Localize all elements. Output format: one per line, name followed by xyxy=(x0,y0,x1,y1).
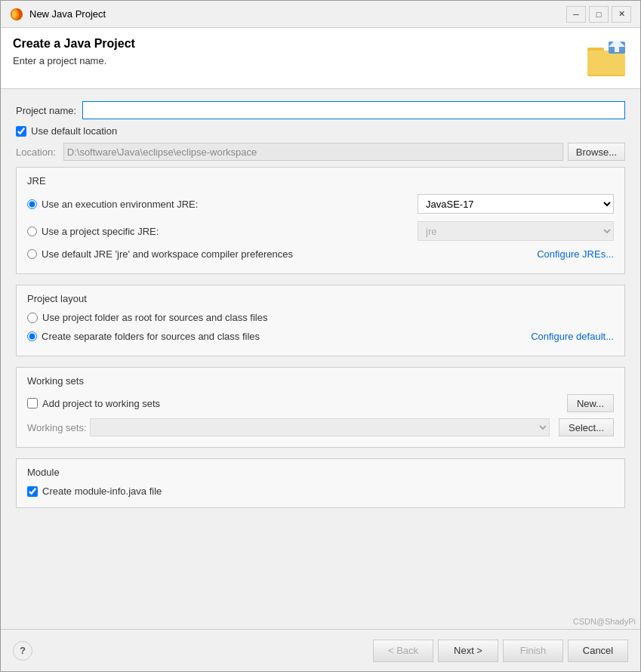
cancel-button[interactable]: Cancel xyxy=(568,640,628,662)
jre-option2-row: Use a project specific JRE: jre xyxy=(27,221,614,241)
select-working-set-button[interactable]: Select... xyxy=(559,418,614,436)
jre-section-title: JRE xyxy=(27,175,614,186)
working-sets-select xyxy=(90,418,550,436)
folder-svg-icon xyxy=(586,37,628,79)
new-java-project-dialog: New Java Project ─ □ ✕ Create a Java Pro… xyxy=(0,0,641,672)
svg-rect-8 xyxy=(615,47,619,52)
header-icon xyxy=(586,37,628,79)
help-button[interactable]: ? xyxy=(13,641,32,661)
dialog-subtitle: Enter a project name. xyxy=(13,55,586,66)
footer-buttons: < Back Next > Finish Cancel xyxy=(373,640,628,662)
jre-option1-row: Use an execution environment JRE: JavaSE… xyxy=(27,194,614,214)
project-name-row: Project name: xyxy=(16,101,625,119)
svg-rect-5 xyxy=(587,51,625,75)
jre-option2-radio-part: Use a project specific JRE: xyxy=(27,226,159,237)
jre-project-specific-dropdown: jre xyxy=(418,221,614,241)
jre-option3-label[interactable]: Use default JRE 'jre' and workspace comp… xyxy=(42,248,293,260)
dialog-content: Project name: Use default location Locat… xyxy=(1,89,640,629)
jre-dropdown[interactable]: JavaSE-17 JavaSE-11 JavaSE-8 xyxy=(418,194,614,214)
module-title: Module xyxy=(27,467,614,478)
close-button[interactable]: ✕ xyxy=(612,6,631,23)
maximize-button[interactable]: □ xyxy=(589,6,609,23)
working-sets-select-row: Working sets: Select... xyxy=(27,418,614,436)
jre-section: JRE Use an execution environment JRE: Ja… xyxy=(16,167,625,274)
next-button[interactable]: Next > xyxy=(438,640,498,662)
location-label: Location: xyxy=(16,146,56,158)
finish-button[interactable]: Finish xyxy=(503,640,563,662)
eclipse-icon xyxy=(10,8,23,21)
dialog-title: Create a Java Project xyxy=(13,37,586,51)
layout-option1-label[interactable]: Use project folder as root for sources a… xyxy=(42,312,267,323)
jre-option2-radio[interactable] xyxy=(27,227,37,236)
working-sets-label: Working sets: xyxy=(27,422,87,433)
jre-option3-row: Use default JRE 'jre' and workspace comp… xyxy=(27,248,614,260)
jre-option1-radio[interactable] xyxy=(27,199,37,209)
add-working-sets-checkbox[interactable] xyxy=(27,398,38,408)
back-button[interactable]: < Back xyxy=(373,640,433,662)
jre-option1-radio-part: Use an execution environment JRE: xyxy=(27,199,198,210)
create-module-label[interactable]: Create module-info.java file xyxy=(42,486,162,497)
use-default-location-row: Use default location xyxy=(16,125,625,137)
svg-point-2 xyxy=(12,11,17,18)
jre-option3-radio-part: Use default JRE 'jre' and workspace comp… xyxy=(27,248,293,260)
project-layout-section: Project layout Use project folder as roo… xyxy=(16,285,625,356)
location-input xyxy=(63,143,563,161)
jre-option2-label[interactable]: Use a project specific JRE: xyxy=(42,226,159,237)
add-working-sets-row: Add project to working sets New... xyxy=(27,394,614,412)
new-working-set-button[interactable]: New... xyxy=(567,394,614,412)
working-sets-section: Working sets Add project to working sets… xyxy=(16,367,625,448)
watermark: CSDN@ShadyPi xyxy=(573,617,636,626)
layout-option2-label[interactable]: Create separate folders for sources and … xyxy=(42,331,260,342)
layout-option2-radio[interactable] xyxy=(27,331,37,341)
layout-option1-row: Use project folder as root for sources a… xyxy=(27,312,614,323)
add-working-sets-label[interactable]: Add project to working sets xyxy=(42,398,160,409)
dialog-footer: ? < Back Next > Finish Cancel xyxy=(1,629,640,671)
titlebar-left: New Java Project xyxy=(10,8,106,21)
module-section: Module Create module-info.java file xyxy=(16,458,625,508)
titlebar: New Java Project ─ □ ✕ xyxy=(1,1,640,28)
layout-option2-radio-part: Create separate folders for sources and … xyxy=(27,331,260,342)
create-module-row: Create module-info.java file xyxy=(27,486,614,497)
working-sets-title: Working sets xyxy=(27,375,614,387)
titlebar-controls: ─ □ ✕ xyxy=(566,6,631,23)
add-working-sets-checkbox-row: Add project to working sets xyxy=(27,398,562,409)
browse-button[interactable]: Browse... xyxy=(568,143,625,161)
configure-default-link[interactable]: Configure default... xyxy=(531,331,614,342)
location-row: Location: Browse... xyxy=(16,143,625,161)
dialog-header: Create a Java Project Enter a project na… xyxy=(1,28,640,89)
use-default-location-label[interactable]: Use default location xyxy=(31,125,117,137)
project-name-input[interactable] xyxy=(82,101,625,119)
create-module-checkbox[interactable] xyxy=(27,486,38,497)
layout-option1-radio[interactable] xyxy=(27,313,38,323)
project-name-label: Project name: xyxy=(16,105,76,116)
layout-option2-row: Create separate folders for sources and … xyxy=(27,331,614,342)
jre-option3-radio[interactable] xyxy=(27,249,37,259)
titlebar-title: New Java Project xyxy=(29,8,106,20)
project-layout-title: Project layout xyxy=(27,293,614,304)
use-default-location-checkbox[interactable] xyxy=(16,126,26,137)
minimize-button[interactable]: ─ xyxy=(566,6,586,23)
configure-jres-link[interactable]: Configure JREs... xyxy=(537,248,614,260)
header-text: Create a Java Project Enter a project na… xyxy=(13,37,586,66)
jre-option1-label[interactable]: Use an execution environment JRE: xyxy=(42,199,198,210)
